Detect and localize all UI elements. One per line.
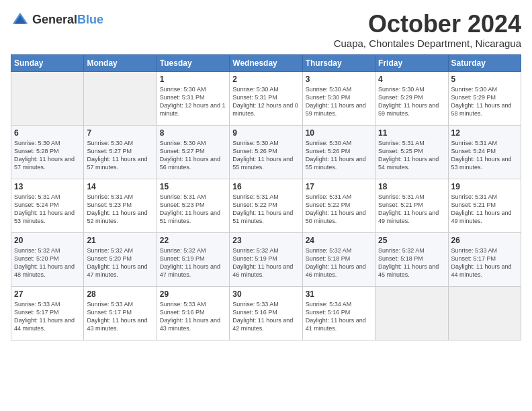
header-thursday: Thursday — [302, 54, 375, 71]
day-info: Sunrise: 5:30 AM Sunset: 5:26 PM Dayligh… — [232, 139, 299, 172]
header-saturday: Saturday — [448, 54, 521, 71]
location-subtitle: Cuapa, Chontales Department, Nicaragua — [334, 38, 521, 49]
header: GeneralBlue October 2024 Cuapa, Chontale… — [11, 11, 521, 49]
day-number: 27 — [14, 289, 81, 299]
day-number: 17 — [306, 182, 372, 191]
day-info: Sunrise: 5:32 AM Sunset: 5:18 PM Dayligh… — [306, 246, 372, 279]
day-info: Sunrise: 5:30 AM Sunset: 5:30 PM Dayligh… — [306, 85, 372, 118]
day-number: 13 — [14, 182, 81, 191]
calendar-cell: 17Sunrise: 5:31 AM Sunset: 5:22 PM Dayli… — [302, 179, 375, 232]
calendar-cell: 5Sunrise: 5:30 AM Sunset: 5:29 PM Daylig… — [448, 71, 521, 125]
calendar-cell: 20Sunrise: 5:32 AM Sunset: 5:20 PM Dayli… — [11, 232, 84, 286]
day-number: 19 — [451, 182, 518, 191]
calendar-cell: 12Sunrise: 5:31 AM Sunset: 5:24 PM Dayli… — [448, 125, 521, 179]
day-info: Sunrise: 5:30 AM Sunset: 5:29 PM Dayligh… — [451, 85, 518, 118]
day-info: Sunrise: 5:31 AM Sunset: 5:23 PM Dayligh… — [87, 193, 153, 226]
calendar-cell: 28Sunrise: 5:33 AM Sunset: 5:17 PM Dayli… — [84, 286, 157, 340]
calendar-cell: 23Sunrise: 5:32 AM Sunset: 5:19 PM Dayli… — [230, 232, 302, 286]
calendar-cell: 29Sunrise: 5:33 AM Sunset: 5:16 PM Dayli… — [157, 286, 229, 340]
day-info: Sunrise: 5:30 AM Sunset: 5:31 PM Dayligh… — [160, 85, 226, 118]
calendar-cell — [448, 286, 521, 340]
header-tuesday: Tuesday — [157, 54, 229, 71]
day-number: 26 — [451, 236, 518, 245]
day-number: 6 — [14, 128, 81, 138]
day-info: Sunrise: 5:30 AM Sunset: 5:26 PM Dayligh… — [306, 139, 372, 172]
day-info: Sunrise: 5:31 AM Sunset: 5:24 PM Dayligh… — [14, 193, 81, 226]
calendar-cell — [11, 71, 84, 125]
calendar-cell: 21Sunrise: 5:32 AM Sunset: 5:20 PM Dayli… — [84, 232, 157, 286]
day-info: Sunrise: 5:30 AM Sunset: 5:29 PM Dayligh… — [378, 85, 445, 118]
day-info: Sunrise: 5:33 AM Sunset: 5:16 PM Dayligh… — [232, 300, 299, 333]
calendar-cell — [375, 286, 448, 340]
calendar-cell: 30Sunrise: 5:33 AM Sunset: 5:16 PM Dayli… — [230, 286, 302, 340]
calendar-cell: 4Sunrise: 5:30 AM Sunset: 5:29 PM Daylig… — [375, 71, 448, 125]
day-number: 12 — [451, 128, 518, 138]
day-info: Sunrise: 5:30 AM Sunset: 5:31 PM Dayligh… — [232, 85, 299, 118]
day-number: 11 — [378, 128, 445, 138]
day-number: 22 — [160, 236, 226, 245]
calendar-cell: 18Sunrise: 5:31 AM Sunset: 5:21 PM Dayli… — [375, 179, 448, 232]
calendar-cell: 25Sunrise: 5:32 AM Sunset: 5:18 PM Dayli… — [375, 232, 448, 286]
day-info: Sunrise: 5:32 AM Sunset: 5:20 PM Dayligh… — [14, 246, 81, 279]
logo-general: GeneralBlue — [32, 13, 103, 27]
day-number: 29 — [160, 289, 226, 299]
calendar-cell: 27Sunrise: 5:33 AM Sunset: 5:17 PM Dayli… — [11, 286, 84, 340]
calendar-cell: 8Sunrise: 5:30 AM Sunset: 5:27 PM Daylig… — [157, 125, 229, 179]
day-info: Sunrise: 5:33 AM Sunset: 5:16 PM Dayligh… — [160, 300, 226, 333]
calendar-cell: 31Sunrise: 5:34 AM Sunset: 5:16 PM Dayli… — [302, 286, 375, 340]
day-number: 16 — [232, 182, 299, 191]
week-row-3: 13Sunrise: 5:31 AM Sunset: 5:24 PM Dayli… — [11, 179, 521, 232]
day-info: Sunrise: 5:31 AM Sunset: 5:24 PM Dayligh… — [451, 139, 518, 172]
calendar-table: SundayMondayTuesdayWednesdayThursdayFrid… — [11, 54, 521, 340]
calendar-cell: 2Sunrise: 5:30 AM Sunset: 5:31 PM Daylig… — [230, 71, 302, 125]
calendar-cell: 3Sunrise: 5:30 AM Sunset: 5:30 PM Daylig… — [302, 71, 375, 125]
day-info: Sunrise: 5:30 AM Sunset: 5:27 PM Dayligh… — [87, 139, 153, 172]
day-info: Sunrise: 5:33 AM Sunset: 5:17 PM Dayligh… — [14, 300, 81, 333]
day-number: 14 — [87, 182, 153, 191]
calendar-cell: 7Sunrise: 5:30 AM Sunset: 5:27 PM Daylig… — [84, 125, 157, 179]
day-number: 24 — [306, 236, 372, 245]
week-row-5: 27Sunrise: 5:33 AM Sunset: 5:17 PM Dayli… — [11, 286, 521, 340]
header-monday: Monday — [84, 54, 157, 71]
day-number: 21 — [87, 236, 153, 245]
day-info: Sunrise: 5:32 AM Sunset: 5:18 PM Dayligh… — [378, 246, 445, 279]
day-info: Sunrise: 5:32 AM Sunset: 5:19 PM Dayligh… — [160, 246, 226, 279]
week-row-4: 20Sunrise: 5:32 AM Sunset: 5:20 PM Dayli… — [11, 232, 521, 286]
calendar-cell: 9Sunrise: 5:30 AM Sunset: 5:26 PM Daylig… — [230, 125, 302, 179]
day-info: Sunrise: 5:31 AM Sunset: 5:22 PM Dayligh… — [306, 193, 372, 226]
day-number: 8 — [160, 128, 226, 138]
day-number: 31 — [306, 289, 372, 299]
calendar-cell: 26Sunrise: 5:33 AM Sunset: 5:17 PM Dayli… — [448, 232, 521, 286]
day-number: 1 — [160, 75, 226, 84]
day-number: 9 — [232, 128, 299, 138]
day-number: 25 — [378, 236, 445, 245]
day-number: 10 — [306, 128, 372, 138]
day-number: 3 — [306, 75, 372, 84]
calendar-cell: 16Sunrise: 5:31 AM Sunset: 5:22 PM Dayli… — [230, 179, 302, 232]
day-info: Sunrise: 5:32 AM Sunset: 5:19 PM Dayligh… — [232, 246, 299, 279]
day-info: Sunrise: 5:33 AM Sunset: 5:17 PM Dayligh… — [451, 246, 518, 279]
day-number: 28 — [87, 289, 153, 299]
header-friday: Friday — [375, 54, 448, 71]
header-sunday: Sunday — [11, 54, 84, 71]
day-number: 4 — [378, 75, 445, 84]
day-info: Sunrise: 5:33 AM Sunset: 5:17 PM Dayligh… — [87, 300, 153, 333]
day-number: 30 — [232, 289, 299, 299]
day-info: Sunrise: 5:31 AM Sunset: 5:21 PM Dayligh… — [451, 193, 518, 226]
day-info: Sunrise: 5:31 AM Sunset: 5:25 PM Dayligh… — [378, 139, 445, 172]
calendar-cell: 24Sunrise: 5:32 AM Sunset: 5:18 PM Dayli… — [302, 232, 375, 286]
day-info: Sunrise: 5:30 AM Sunset: 5:27 PM Dayligh… — [160, 139, 226, 172]
header-wednesday: Wednesday — [230, 54, 302, 71]
day-number: 23 — [232, 236, 299, 245]
day-info: Sunrise: 5:31 AM Sunset: 5:22 PM Dayligh… — [232, 193, 299, 226]
day-info: Sunrise: 5:31 AM Sunset: 5:23 PM Dayligh… — [160, 193, 226, 226]
week-row-2: 6Sunrise: 5:30 AM Sunset: 5:28 PM Daylig… — [11, 125, 521, 179]
calendar-cell — [84, 71, 157, 125]
day-info: Sunrise: 5:30 AM Sunset: 5:28 PM Dayligh… — [14, 139, 81, 172]
title-area: October 2024 Cuapa, Chontales Department… — [334, 11, 521, 49]
day-number: 20 — [14, 236, 81, 245]
calendar-cell: 10Sunrise: 5:30 AM Sunset: 5:26 PM Dayli… — [302, 125, 375, 179]
header-row: SundayMondayTuesdayWednesdayThursdayFrid… — [11, 54, 521, 71]
day-number: 18 — [378, 182, 445, 191]
calendar-cell: 6Sunrise: 5:30 AM Sunset: 5:28 PM Daylig… — [11, 125, 84, 179]
